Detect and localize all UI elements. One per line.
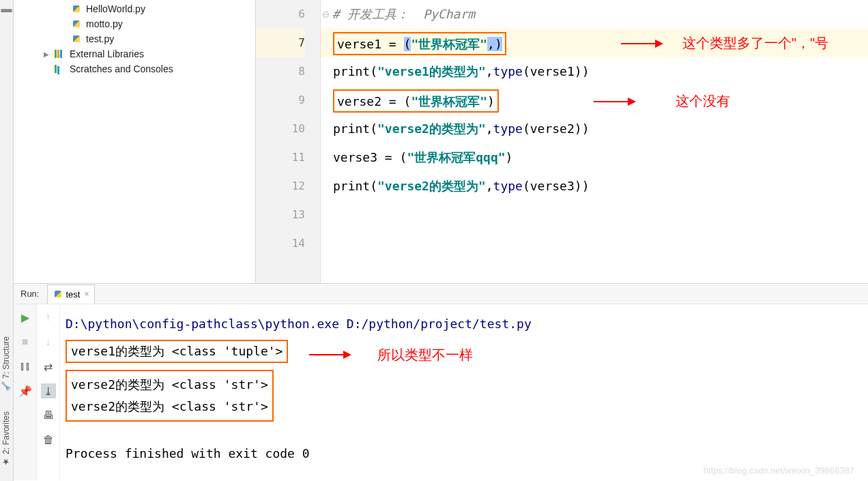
run-panel: 🔧 7: Structure ★ 2: Favorites Run: test … [0,283,868,481]
code-line[interactable]: verse1 = ("世界杯冠军",) [321,29,868,57]
line-number: 9 [256,86,305,115]
trash-button[interactable]: 🗑 [41,433,56,448]
line-number: 8 [256,57,305,86]
stop-button[interactable]: ■ [18,334,33,349]
tree-file-test[interactable]: test.py [14,31,255,46]
print-button[interactable]: 🖶 [41,408,56,423]
code-line[interactable] [321,201,868,229]
run-button[interactable]: ▶ [18,310,33,325]
code-line[interactable]: print("verse1的类型为",type(verse1)) [321,57,868,86]
run-toolbar: ▶ ■ ⫿⫿ 📌 [14,304,37,480]
code-editor[interactable]: 6 7 8 9 10 11 12 13 14 ⊖# 开发工具： PyCharm … [256,0,868,283]
code-line[interactable]: print("verse2的类型为",type(verse2)) [321,115,868,143]
file-name: HelloWorld.py [86,3,145,14]
annotation-box: verse1的类型为 <class 'tuple'> [66,340,288,363]
code-line[interactable] [321,229,868,258]
tree-external-libs[interactable]: ▶ External Libraries [14,46,255,61]
run-header: Run: test × [14,284,868,304]
code-area[interactable]: ⊖# 开发工具： PyCharm verse1 = ("世界杯冠军",) pri… [321,0,868,283]
run-toolbar-secondary: ↑ ↓ ⇄ ⤓ 🖶 🗑 [37,304,60,480]
python-file-icon [71,33,82,44]
scroll-button[interactable]: ⤓ [41,383,56,398]
python-file-icon [71,3,82,14]
sidebar-tab-structure[interactable]: 🔧 7: Structure [0,331,12,397]
code-line[interactable]: verse3 = ("世界杯冠军qqq") [321,143,868,172]
console-output[interactable]: D:\python\config-pathclass\python.exe D:… [60,304,868,480]
annotation-box: verse2的类型为 <class 'str'> verse2的类型为 <cla… [66,370,274,422]
layout-button[interactable]: ⫿⫿ [18,359,33,374]
line-number: 13 [256,201,305,229]
console-exit: Process finished with exit code 0 [66,442,863,465]
code-line[interactable]: ⊖# 开发工具： PyCharm [321,0,868,29]
project-tree[interactable]: HelloWorld.py motto.py test.py ▶ Externa… [14,0,256,283]
annotation-box: verse1 = ("世界杯冠军",) [333,32,506,55]
external-libs-label: External Libraries [70,48,144,59]
line-gutter: 6 7 8 9 10 11 12 13 14 [256,0,321,283]
tree-scratches[interactable]: Scratches and Consoles [14,61,255,76]
scratches-icon [55,63,66,74]
line-number: 12 [256,172,305,201]
file-name: test.py [86,33,114,44]
close-icon[interactable]: × [84,289,89,299]
down-button[interactable]: ↓ [41,334,56,349]
run-tab-test[interactable]: test × [47,285,95,304]
file-name: motto.py [86,18,123,29]
run-label: Run: [20,289,39,299]
line-number: 14 [256,229,305,258]
annotation-text: 所以类型不一样 [377,346,473,364]
code-line[interactable]: print("verse2的类型为",type(verse3)) [321,172,868,201]
console-out-line: verse2的类型为 <class 'str'> [71,396,268,418]
python-file-icon [53,289,63,299]
scratches-label: Scratches and Consoles [70,63,173,74]
chevron-right-icon: ▶ [44,50,52,58]
run-tab-name: test [66,289,80,300]
project-icon[interactable]: ▬ [1,3,12,15]
line-number: 10 [256,115,305,143]
line-number: 6 [256,0,305,29]
line-number: 11 [256,143,305,172]
pin-button[interactable]: 📌 [18,383,33,398]
side-tab-rail: 🔧 7: Structure ★ 2: Favorites [0,283,14,481]
console-cmd: D:\python\config-pathclass\python.exe D:… [66,312,863,336]
line-number: 7 [256,29,305,57]
arrow-icon [309,354,350,355]
annotation-arrow-3: 所以类型不一样 [309,346,473,364]
libraries-icon [55,48,66,59]
tree-file-helloworld[interactable]: HelloWorld.py [14,1,255,16]
tree-file-motto[interactable]: motto.py [14,16,255,31]
sidebar-tab-favorites[interactable]: ★ 2: Favorites [0,406,12,472]
annotation-box: verse2 = ("世界杯冠军") [333,89,499,113]
console-out-line: verse2的类型为 <class 'str'> [71,374,268,396]
code-line[interactable]: verse2 = ("世界杯冠军") [321,86,868,115]
up-button[interactable]: ↑ [41,310,56,325]
wrap-button[interactable]: ⇄ [41,359,56,374]
left-rail: ▬ [0,0,14,283]
watermark: https://blog.csdn.net/weixin_39868387 [704,465,854,476]
python-file-icon [71,18,82,29]
